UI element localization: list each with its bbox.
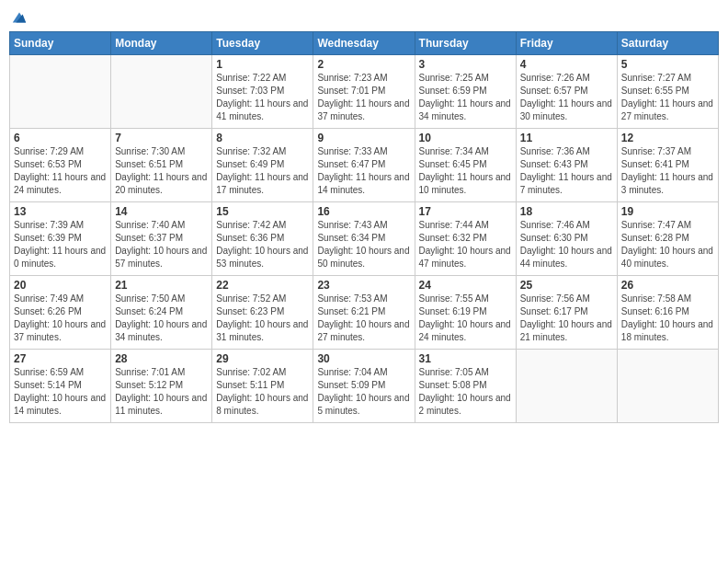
day-info: Sunrise: 7:56 AMSunset: 6:17 PMDaylight:…: [520, 293, 613, 344]
calendar-cell: 23Sunrise: 7:53 AMSunset: 6:21 PMDayligh…: [313, 276, 415, 350]
day-number: 11: [520, 132, 613, 144]
day-info: Sunrise: 7:04 AMSunset: 5:09 PMDaylight:…: [317, 366, 410, 418]
calendar-day-header: Thursday: [415, 32, 516, 55]
day-info: Sunrise: 7:27 AMSunset: 6:55 PMDaylight:…: [621, 72, 714, 123]
day-info: Sunrise: 7:58 AMSunset: 6:16 PMDaylight:…: [621, 293, 714, 344]
calendar-cell: 5Sunrise: 7:27 AMSunset: 6:55 PMDaylight…: [617, 55, 718, 129]
calendar-day-header: Tuesday: [212, 32, 313, 55]
day-info: Sunrise: 7:46 AMSunset: 6:30 PMDaylight:…: [520, 219, 613, 270]
calendar-cell: 6Sunrise: 7:29 AMSunset: 6:53 PMDaylight…: [10, 129, 111, 202]
logo-icon: [11, 9, 28, 26]
calendar-day-header: Sunday: [10, 32, 111, 55]
calendar-cell: 22Sunrise: 7:52 AMSunset: 6:23 PMDayligh…: [212, 276, 313, 350]
day-number: 13: [14, 205, 107, 218]
day-number: 24: [419, 279, 512, 292]
calendar-cell: 17Sunrise: 7:44 AMSunset: 6:32 PMDayligh…: [415, 202, 516, 276]
calendar-week-row: 20Sunrise: 7:49 AMSunset: 6:26 PMDayligh…: [10, 276, 719, 350]
day-info: Sunrise: 7:26 AMSunset: 6:57 PMDaylight:…: [520, 72, 613, 123]
day-info: Sunrise: 7:02 AMSunset: 5:11 PMDaylight:…: [216, 366, 309, 418]
day-info: Sunrise: 6:59 AMSunset: 5:14 PMDaylight:…: [14, 366, 107, 418]
day-number: 31: [419, 352, 512, 365]
calendar-cell: 1Sunrise: 7:22 AMSunset: 7:03 PMDaylight…: [212, 55, 313, 129]
day-info: Sunrise: 7:33 AMSunset: 6:47 PMDaylight:…: [317, 145, 410, 197]
day-info: Sunrise: 7:52 AMSunset: 6:23 PMDaylight:…: [216, 293, 309, 344]
calendar-week-row: 1Sunrise: 7:22 AMSunset: 7:03 PMDaylight…: [10, 55, 719, 129]
day-number: 20: [14, 279, 107, 292]
day-info: Sunrise: 7:29 AMSunset: 6:53 PMDaylight:…: [14, 145, 107, 197]
day-info: Sunrise: 7:43 AMSunset: 6:34 PMDaylight:…: [317, 219, 410, 270]
day-number: 9: [317, 132, 410, 144]
day-info: Sunrise: 7:55 AMSunset: 6:19 PMDaylight:…: [419, 293, 512, 344]
calendar-cell: 2Sunrise: 7:23 AMSunset: 7:01 PMDaylight…: [313, 55, 415, 129]
calendar-cell: 21Sunrise: 7:50 AMSunset: 6:24 PMDayligh…: [111, 276, 212, 350]
day-info: Sunrise: 7:25 AMSunset: 6:59 PMDaylight:…: [419, 72, 512, 123]
calendar-week-row: 6Sunrise: 7:29 AMSunset: 6:53 PMDaylight…: [10, 129, 719, 202]
day-info: Sunrise: 7:47 AMSunset: 6:28 PMDaylight:…: [621, 219, 714, 270]
calendar-cell: 30Sunrise: 7:04 AMSunset: 5:09 PMDayligh…: [313, 350, 415, 423]
day-number: 5: [621, 58, 714, 71]
day-number: 28: [115, 352, 208, 365]
day-number: 18: [520, 205, 613, 218]
day-info: Sunrise: 7:40 AMSunset: 6:37 PMDaylight:…: [115, 219, 208, 270]
calendar-cell: 10Sunrise: 7:34 AMSunset: 6:45 PMDayligh…: [415, 129, 516, 202]
day-info: Sunrise: 7:44 AMSunset: 6:32 PMDaylight:…: [419, 219, 512, 270]
day-number: 16: [317, 205, 410, 218]
calendar-cell: 20Sunrise: 7:49 AMSunset: 6:26 PMDayligh…: [10, 276, 111, 350]
day-number: 6: [14, 132, 107, 144]
calendar-day-header: Monday: [111, 32, 212, 55]
day-info: Sunrise: 7:30 AMSunset: 6:51 PMDaylight:…: [115, 145, 208, 197]
day-info: Sunrise: 7:49 AMSunset: 6:26 PMDaylight:…: [14, 293, 107, 344]
calendar-cell: 16Sunrise: 7:43 AMSunset: 6:34 PMDayligh…: [313, 202, 415, 276]
day-info: Sunrise: 7:39 AMSunset: 6:39 PMDaylight:…: [14, 219, 107, 270]
calendar-week-row: 27Sunrise: 6:59 AMSunset: 5:14 PMDayligh…: [10, 350, 719, 423]
day-info: Sunrise: 7:23 AMSunset: 7:01 PMDaylight:…: [317, 72, 410, 123]
day-number: 10: [419, 132, 512, 144]
calendar-cell: 25Sunrise: 7:56 AMSunset: 6:17 PMDayligh…: [516, 276, 617, 350]
calendar-day-header: Wednesday: [313, 32, 415, 55]
day-number: 3: [419, 58, 512, 71]
day-info: Sunrise: 7:34 AMSunset: 6:45 PMDaylight:…: [419, 145, 512, 197]
calendar-cell: 29Sunrise: 7:02 AMSunset: 5:11 PMDayligh…: [212, 350, 313, 423]
day-number: 25: [520, 279, 613, 292]
calendar-cell: 11Sunrise: 7:36 AMSunset: 6:43 PMDayligh…: [516, 129, 617, 202]
calendar-cell: 24Sunrise: 7:55 AMSunset: 6:19 PMDayligh…: [415, 276, 516, 350]
calendar-week-row: 13Sunrise: 7:39 AMSunset: 6:39 PMDayligh…: [10, 202, 719, 276]
day-info: Sunrise: 7:42 AMSunset: 6:36 PMDaylight:…: [216, 219, 309, 270]
day-info: Sunrise: 7:37 AMSunset: 6:41 PMDaylight:…: [621, 145, 714, 197]
day-info: Sunrise: 7:05 AMSunset: 5:08 PMDaylight:…: [419, 366, 512, 418]
day-number: 26: [621, 279, 714, 292]
day-number: 2: [317, 58, 410, 71]
calendar-day-header: Saturday: [617, 32, 718, 55]
day-number: 12: [621, 132, 714, 144]
calendar-cell: 9Sunrise: 7:33 AMSunset: 6:47 PMDaylight…: [313, 129, 415, 202]
day-number: 4: [520, 58, 613, 71]
calendar-cell: 28Sunrise: 7:01 AMSunset: 5:12 PMDayligh…: [111, 350, 212, 423]
day-number: 15: [216, 205, 309, 218]
calendar-cell: [617, 350, 718, 423]
day-info: Sunrise: 7:32 AMSunset: 6:49 PMDaylight:…: [216, 145, 309, 197]
calendar-cell: 26Sunrise: 7:58 AMSunset: 6:16 PMDayligh…: [617, 276, 718, 350]
calendar-cell: 31Sunrise: 7:05 AMSunset: 5:08 PMDayligh…: [415, 350, 516, 423]
day-number: 30: [317, 352, 410, 365]
day-number: 14: [115, 205, 208, 218]
page-header: [9, 9, 719, 26]
calendar-cell: 18Sunrise: 7:46 AMSunset: 6:30 PMDayligh…: [516, 202, 617, 276]
day-number: 7: [115, 132, 208, 144]
calendar-cell: 3Sunrise: 7:25 AMSunset: 6:59 PMDaylight…: [415, 55, 516, 129]
calendar-cell: 27Sunrise: 6:59 AMSunset: 5:14 PMDayligh…: [10, 350, 111, 423]
calendar-cell: 8Sunrise: 7:32 AMSunset: 6:49 PMDaylight…: [212, 129, 313, 202]
day-number: 1: [216, 58, 309, 71]
calendar-cell: 15Sunrise: 7:42 AMSunset: 6:36 PMDayligh…: [212, 202, 313, 276]
calendar-cell: 14Sunrise: 7:40 AMSunset: 6:37 PMDayligh…: [111, 202, 212, 276]
day-number: 22: [216, 279, 309, 292]
day-number: 19: [621, 205, 714, 218]
day-info: Sunrise: 7:53 AMSunset: 6:21 PMDaylight:…: [317, 293, 410, 344]
calendar-day-header: Friday: [516, 32, 617, 55]
calendar-cell: [516, 350, 617, 423]
calendar-table: SundayMondayTuesdayWednesdayThursdayFrid…: [9, 31, 719, 423]
day-number: 21: [115, 279, 208, 292]
day-number: 8: [216, 132, 309, 144]
day-info: Sunrise: 7:01 AMSunset: 5:12 PMDaylight:…: [115, 366, 208, 418]
day-number: 17: [419, 205, 512, 218]
calendar-cell: 19Sunrise: 7:47 AMSunset: 6:28 PMDayligh…: [617, 202, 718, 276]
